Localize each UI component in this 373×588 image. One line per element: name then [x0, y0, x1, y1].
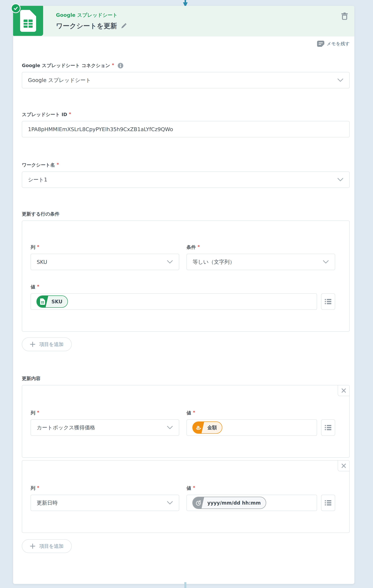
required-mark: *	[37, 244, 39, 249]
update-column-group: 列 * 更新日時	[30, 485, 179, 511]
connector-stem	[185, 0, 186, 2]
condition-column-select[interactable]: SKU	[30, 254, 179, 270]
worksheet-select[interactable]: シート1	[22, 171, 350, 188]
step-success-badge	[11, 3, 20, 13]
value-label: 値	[30, 284, 35, 290]
update-row: 列 * 更新日時 値 *	[22, 460, 350, 533]
bullet-list-icon	[325, 425, 332, 431]
variable-tag-label: yyyy/mm/dd hh:mm	[204, 497, 266, 509]
update-column-value-2: 更新日時	[37, 499, 58, 506]
remove-row-button[interactable]	[338, 461, 349, 471]
connection-label: Google スプレッドシート コネクション	[22, 63, 110, 69]
required-mark: *	[198, 244, 200, 249]
spreadsheet-doc-icon	[37, 296, 48, 307]
google-sheets-document-icon	[20, 10, 36, 32]
variable-picker-button[interactable]	[321, 420, 335, 436]
delete-step-button[interactable]	[341, 12, 348, 20]
clock-refresh-icon	[193, 497, 204, 509]
update-column-value-1: カートボックス獲得価格	[37, 424, 95, 431]
add-condition-item-button[interactable]: 項目を追加	[22, 337, 72, 351]
condition-column-value: SKU	[37, 259, 47, 265]
chevron-down-icon	[167, 260, 173, 264]
note-label: メモを残す	[327, 41, 350, 47]
update-column-group: 列 * カートボックス獲得価格	[30, 410, 179, 436]
condition-operator-group: 条件 * 等しい（文字列）	[186, 244, 335, 270]
note-button[interactable]: メモを残す	[22, 40, 350, 47]
spreadsheet-id-input[interactable]: 1PA8pHMMlEmXSLrL8CpyPYElh35h9CxZB1aLYfCz…	[22, 121, 350, 137]
row-condition-box: 列 * SKU 条件 *	[22, 220, 350, 332]
app-name: Google スプレッドシート	[56, 12, 127, 19]
connection-select-value: Google スプレッドシート	[28, 77, 91, 84]
workflow-step-card: Google スプレッドシート ワークシートを更新	[13, 6, 354, 584]
row-condition-title: 更新する行の条件	[22, 211, 60, 217]
row-condition-section-label: 更新する行の条件	[22, 211, 350, 217]
update-value-input-2[interactable]: yyyy/mm/dd hh:mm	[186, 495, 317, 511]
connection-field-group: Google スプレッドシート コネクション * Google スプレッドシート	[22, 63, 350, 88]
bullet-list-icon	[325, 299, 332, 305]
add-item-label: 項目を追加	[39, 543, 63, 549]
condition-operator-value: 等しい（文字列）	[193, 258, 235, 266]
variable-tag-datetime[interactable]: yyyy/mm/dd hh:mm	[192, 497, 266, 509]
add-item-label: 項目を追加	[39, 341, 63, 348]
worksheet-field-group: ワークシート名 * シート1	[22, 162, 350, 188]
connection-label-row: Google スプレッドシート コネクション *	[22, 63, 350, 69]
update-contents-section-label: 更新内容	[22, 375, 350, 382]
column-label: 列	[30, 244, 35, 251]
row-condition-section: 更新する行の条件 列 * SKU	[22, 211, 350, 351]
update-contents-section: 更新内容 列 * カートボックス獲得価格	[22, 375, 350, 553]
spreadsheet-id-value: 1PA8pHMMlEmXSLrL8CpyPYElh35h9CxZB1aLYfCz…	[28, 126, 173, 132]
chevron-down-icon	[323, 260, 329, 264]
x-icon	[341, 463, 346, 468]
amazon-icon: a	[193, 422, 204, 433]
required-mark: *	[69, 111, 71, 116]
required-mark: *	[57, 162, 59, 167]
required-mark: *	[193, 410, 195, 415]
step-header-text: Google スプレッドシート ワークシートを更新	[56, 6, 127, 36]
column-label: 列	[30, 485, 35, 492]
variable-tag-amount[interactable]: a 金額	[192, 421, 222, 434]
variable-picker-button[interactable]	[321, 495, 335, 511]
spreadsheet-id-label: スプレッドシート ID	[22, 111, 67, 118]
update-value-group: 値 *	[186, 485, 335, 511]
column-label: 列	[30, 410, 35, 416]
condition-operator-select[interactable]: 等しい（文字列）	[186, 254, 335, 270]
connection-select[interactable]: Google スプレッドシート	[22, 72, 350, 88]
step-title: ワークシートを更新	[56, 21, 117, 31]
worksheet-label: ワークシート名	[22, 162, 55, 168]
trash-icon	[341, 12, 348, 20]
condition-value-group: 値 *	[30, 284, 335, 310]
x-icon	[341, 388, 346, 393]
update-value-group: 値 * a	[186, 410, 335, 436]
add-update-item-button[interactable]: 項目を追加	[22, 539, 72, 553]
check-icon	[13, 6, 18, 11]
update-column-select-1[interactable]: カートボックス獲得価格	[30, 420, 179, 436]
info-icon[interactable]	[118, 63, 123, 68]
variable-tag-label: 金額	[204, 422, 222, 433]
edit-title-button[interactable]	[121, 23, 127, 29]
update-row: 列 * カートボックス獲得価格 値 *	[22, 385, 350, 458]
update-column-select-2[interactable]: 更新日時	[30, 495, 179, 511]
condition-value-input[interactable]: SKU	[30, 294, 317, 310]
variable-picker-button[interactable]	[321, 294, 335, 310]
worksheet-select-value: シート1	[28, 176, 47, 183]
plus-icon	[30, 342, 35, 347]
operator-label: 条件	[186, 244, 196, 251]
pencil-icon	[121, 23, 127, 29]
condition-column-group: 列 * SKU	[30, 244, 179, 270]
step-header: Google スプレッドシート ワークシートを更新	[13, 6, 354, 36]
required-mark: *	[193, 485, 195, 490]
variable-tag-sku[interactable]: SKU	[36, 295, 68, 308]
workflow-connector-line	[184, 582, 186, 588]
chevron-down-icon	[167, 426, 173, 429]
update-value-input-1[interactable]: a 金額	[186, 420, 317, 436]
chevron-down-icon	[167, 501, 173, 504]
note-icon	[317, 40, 324, 47]
spreadsheet-id-field-group: スプレッドシート ID * 1PA8pHMMlEmXSLrL8CpyPYElh3…	[22, 111, 350, 137]
variable-tag-label: SKU	[48, 296, 68, 307]
required-mark: *	[37, 284, 39, 289]
value-label: 値	[186, 485, 191, 492]
update-contents-title: 更新内容	[22, 375, 40, 382]
chevron-down-icon	[337, 78, 343, 82]
spreadsheet-id-label-row: スプレッドシート ID *	[22, 111, 350, 118]
remove-row-button[interactable]	[338, 385, 349, 396]
